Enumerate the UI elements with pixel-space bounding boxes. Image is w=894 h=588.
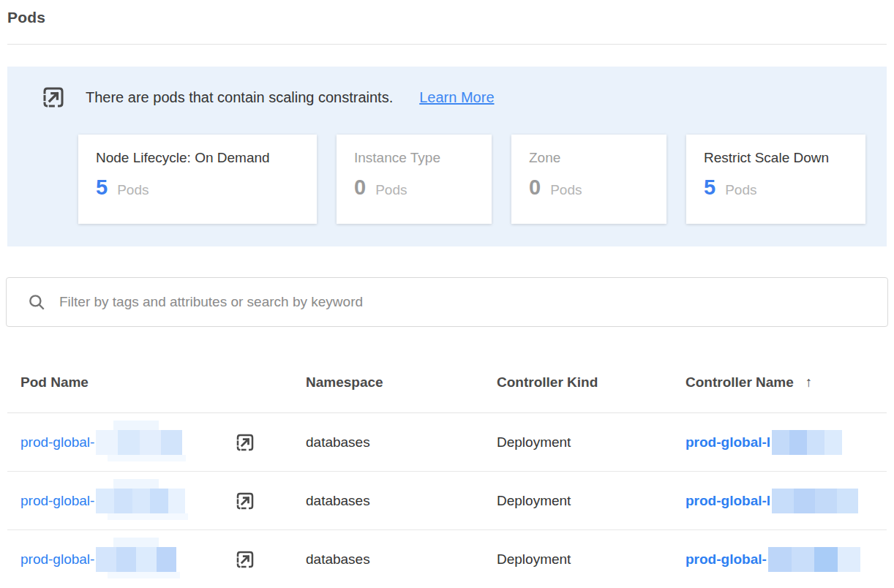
redacted-pod-name: [96, 489, 185, 513]
pod-name-cell: prod-global-: [20, 489, 306, 513]
card-count-row: 5Pods: [704, 176, 848, 200]
redacted-controller-name: [772, 489, 858, 513]
card-count-row: 5Pods: [96, 176, 299, 200]
pod-name-cell: prod-global-: [20, 547, 306, 572]
scaling-constraints-banner: There are pods that contain scaling cons…: [7, 67, 887, 246]
controller-name-link[interactable]: prod-global-: [685, 551, 767, 568]
table-header-row: Pod NameNamespaceController KindControll…: [7, 327, 887, 413]
controller-kind-cell: Deployment: [497, 493, 685, 509]
column-label: Pod Name: [20, 374, 89, 391]
pod-name-link[interactable]: prod-global-: [20, 551, 94, 568]
card-count: 5: [704, 176, 715, 200]
card-title: Zone: [529, 150, 649, 166]
search-input[interactable]: [59, 294, 873, 310]
card-count-row: 0Pods: [529, 176, 649, 200]
pods-page: Pods There are pods that contain scaling…: [0, 9, 894, 588]
controller-name-link[interactable]: prod-global-l: [685, 434, 770, 451]
scale-up-icon[interactable]: [234, 549, 256, 570]
table-row: prod-global- databasesDeploymentprod-glo…: [7, 413, 887, 472]
constraint-card-zone[interactable]: Zone0Pods: [511, 135, 666, 224]
banner-message-row: There are pods that contain scaling cons…: [40, 84, 887, 110]
card-count: 0: [354, 176, 366, 200]
pod-name-link[interactable]: prod-global-: [20, 493, 94, 509]
controller-name-cell: prod-global-l: [685, 489, 887, 513]
sort-asc-icon[interactable]: ↑: [805, 374, 813, 391]
learn-more-link[interactable]: Learn More: [419, 89, 494, 106]
scale-up-icon[interactable]: [234, 490, 256, 512]
constraint-card-instance-type[interactable]: Instance Type0Pods: [337, 135, 492, 224]
column-header-namespace[interactable]: Namespace: [306, 374, 497, 391]
column-header-pod-name[interactable]: Pod Name: [20, 374, 306, 391]
card-count: 0: [529, 176, 541, 200]
constraint-cards: Node Lifecycle: On Demand5PodsInstance T…: [78, 135, 887, 224]
controller-name-link[interactable]: prod-global-l: [685, 493, 770, 509]
pods-table: Pod NameNamespaceController KindControll…: [7, 327, 887, 588]
redacted-controller-name: [768, 547, 860, 572]
constraint-card-node-lifecycle-on-demand[interactable]: Node Lifecycle: On Demand5Pods: [78, 135, 317, 224]
title-divider: [7, 44, 887, 45]
column-header-controller-kind[interactable]: Controller Kind: [497, 374, 685, 391]
column-header-controller-name[interactable]: Controller Name↑: [685, 374, 887, 391]
filter-search-box[interactable]: [6, 277, 888, 327]
namespace-cell: databases: [306, 493, 497, 509]
card-title: Instance Type: [354, 150, 474, 166]
constraint-card-restrict-scale-down[interactable]: Restrict Scale Down5Pods: [686, 135, 865, 224]
controller-name-cell: prod-global-l: [685, 430, 887, 455]
scale-up-icon[interactable]: [234, 431, 256, 453]
namespace-cell: databases: [306, 434, 497, 451]
namespace-cell: databases: [306, 551, 497, 568]
table-row: prod-global- databasesDeploymentprod-glo…: [7, 530, 887, 588]
redacted-controller-name: [772, 430, 842, 455]
banner-message: There are pods that contain scaling cons…: [86, 89, 393, 106]
table-body: prod-global- databasesDeploymentprod-glo…: [7, 413, 887, 588]
scale-up-icon: [40, 84, 67, 110]
page-title: Pods: [7, 9, 887, 26]
card-count-row: 0Pods: [354, 176, 474, 200]
card-unit: Pods: [117, 182, 149, 198]
redacted-pod-name: [96, 430, 182, 455]
controller-name-cell: prod-global-: [685, 547, 887, 572]
card-unit: Pods: [375, 182, 407, 198]
controller-kind-cell: Deployment: [497, 434, 685, 451]
card-title: Node Lifecycle: On Demand: [96, 150, 299, 166]
pod-name-cell: prod-global-: [20, 430, 306, 455]
card-unit: Pods: [550, 182, 582, 198]
table-row: prod-global- databasesDeploymentprod-glo…: [7, 472, 887, 530]
controller-kind-cell: Deployment: [497, 551, 685, 568]
column-label: Controller Kind: [497, 374, 598, 391]
card-unit: Pods: [725, 182, 756, 198]
search-icon: [27, 293, 46, 312]
column-label: Controller Name: [685, 374, 794, 391]
card-count: 5: [96, 176, 108, 200]
card-title: Restrict Scale Down: [704, 150, 848, 166]
redacted-pod-name: [96, 547, 176, 572]
column-label: Namespace: [306, 374, 383, 391]
pod-name-link[interactable]: prod-global-: [20, 434, 94, 451]
